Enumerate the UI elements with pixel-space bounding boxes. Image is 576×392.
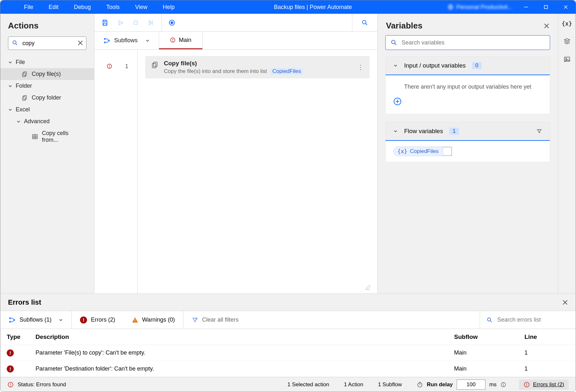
status-actions: 1 Action [344,381,364,388]
menu-file[interactable]: File [16,0,41,14]
svg-rect-21 [134,21,138,24]
svg-rect-2 [544,5,548,9]
menu-tools[interactable]: Tools [99,0,127,14]
flow-variables-header[interactable]: Flow variables 1 [386,122,550,141]
copy-icon [151,61,159,75]
svg-line-25 [366,23,367,25]
variables-search-input[interactable] [385,35,550,50]
svg-point-49 [10,317,11,319]
close-errors-icon[interactable] [562,300,568,305]
flow-variables-section: Flow variables 1 {x} CopiedFiles [385,122,550,162]
more-options-icon[interactable]: ⋮ [357,63,364,71]
menu-debug[interactable]: Debug [66,0,99,14]
io-variables-header[interactable]: Input / output variables 0 [386,57,550,75]
errors-table-header: Type Description Subflow Line [0,329,576,345]
designer-toolbar [94,14,377,32]
actions-group-file[interactable]: File [0,56,94,68]
save-button[interactable] [101,19,108,26]
designer-area: Subflows Main 1 [94,14,377,293]
tab-bar: Subflows Main [94,32,377,50]
svg-point-60 [11,386,11,386]
filter-icon[interactable] [536,128,542,134]
action-copy-cells-from[interactable]: Copy cells from... [0,127,94,146]
error-row[interactable]: ! Parameter 'Destination folder': Can't … [0,361,576,377]
images-rail-icon[interactable] [564,56,571,63]
errors-panel: Errors list Subflows (1) ! Errors (2) Wa… [0,293,576,377]
clear-search-icon[interactable] [77,40,83,46]
variable-chip[interactable]: CopiedFiles [270,68,303,75]
window-maximize-button[interactable] [536,0,556,14]
recorder-button[interactable] [169,20,175,26]
svg-rect-19 [104,23,106,25]
errors-search-input[interactable]: Search errors list [480,311,576,329]
menu-edit[interactable]: Edit [41,0,66,14]
svg-rect-18 [104,20,106,21]
designer-search-button[interactable] [352,14,377,31]
window-title: Backup files | Power Automate [182,4,444,11]
svg-rect-10 [22,73,25,76]
svg-point-69 [526,386,527,386]
add-io-variable-button[interactable] [393,97,542,106]
action-copy-folder[interactable]: Copy folder [0,92,94,104]
actions-search-input[interactable] [8,36,86,50]
svg-marker-20 [119,20,123,25]
error-icon [170,37,176,43]
io-variables-section: Input / output variables 0 There aren't … [385,56,550,114]
tab-main[interactable]: Main [159,32,203,49]
errors-count-filter[interactable]: ! Errors (2) [72,311,124,329]
line-gutter: 1 [94,50,138,293]
svg-point-51 [14,319,15,321]
excel-icon [32,133,38,140]
run-button[interactable] [117,20,124,26]
svg-point-5 [13,41,16,44]
error-icon: ! [7,365,14,372]
close-variables-icon[interactable] [544,23,549,29]
variables-rail-icon[interactable]: {x} [562,20,572,27]
svg-point-31 [173,41,173,41]
error-icon: ! [80,316,87,324]
run-delay-input[interactable] [457,380,485,390]
actions-group-excel-advanced[interactable]: Advanced [0,116,94,127]
errors-subflows-filter[interactable]: Subflows (1) [0,311,72,329]
step-description: Copy the file(s) into and store them int… [164,68,303,75]
window-close-button[interactable] [556,0,576,14]
flow-step-copy-files[interactable]: Copy file(s) Copy the file(s) into and s… [145,56,370,78]
actions-heading: Actions [0,14,94,36]
info-icon[interactable] [500,382,506,388]
svg-rect-36 [152,63,156,68]
subflows-dropdown[interactable]: Subflows [94,32,159,49]
flow-variable-chip[interactable]: {x} CopiedFiles [393,147,443,156]
menu-view[interactable]: View [127,0,155,14]
variables-panel: Variables Input / output variables 0 [377,14,558,293]
svg-point-56 [487,318,491,321]
svg-rect-13 [33,134,37,139]
svg-rect-9 [24,72,27,76]
actions-group-excel[interactable]: Excel [0,104,94,116]
svg-point-27 [104,42,106,43]
copy-icon [21,95,28,101]
status-bar: Status: Errors found 1 Selected action 1… [0,377,576,392]
action-copy-files[interactable]: Copy file(s) [0,68,94,80]
error-row[interactable]: ! Parameter 'File(s) to copy': Can't be … [0,345,576,361]
errors-list-link[interactable]: Errors list (2) [519,380,569,390]
actions-panel: Actions File Copy file(s) [0,14,94,293]
svg-point-28 [108,40,110,41]
actions-group-folder[interactable]: Folder [0,80,94,92]
right-rail: {x} [558,14,576,293]
title-bar: File Edit Debug Tools View Help Backup f… [0,0,576,14]
search-icon [12,40,18,46]
eraser-icon[interactable] [364,284,372,291]
menu-help[interactable]: Help [155,0,182,14]
stop-button[interactable] [133,20,139,26]
search-icon [390,39,397,46]
svg-point-50 [10,321,11,322]
window-minimize-button[interactable] [516,0,536,14]
run-next-button[interactable] [148,20,155,26]
status-selected: 1 Selected action [287,381,329,388]
clear-filters-button[interactable]: Clear all filters [183,311,247,329]
ui-elements-rail-icon[interactable] [564,38,571,45]
environment-picker[interactable]: Personal Productivit... [444,4,516,11]
warnings-count-filter[interactable]: Warnings (0) [124,311,183,329]
flow-canvas[interactable]: Copy file(s) Copy the file(s) into and s… [138,50,377,293]
io-empty-text: There aren't any input or output variabl… [393,84,542,90]
